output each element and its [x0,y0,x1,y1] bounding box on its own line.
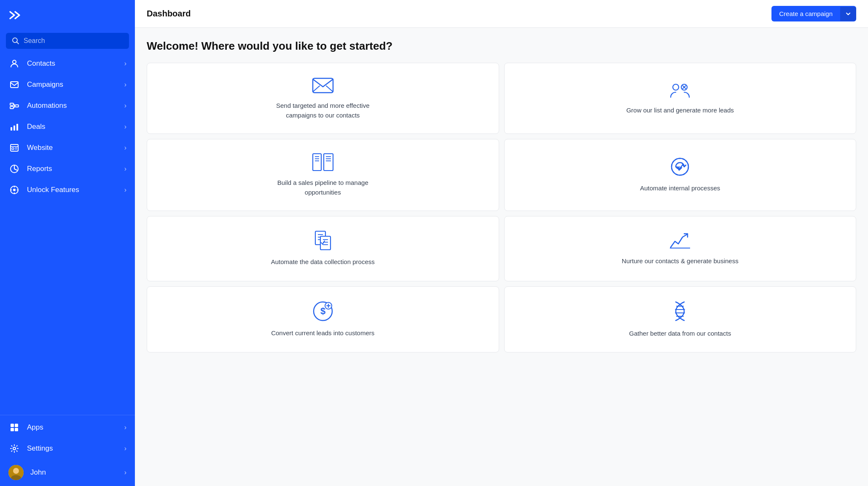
envelope-icon [312,77,334,94]
svg-rect-30 [15,428,18,431]
campaigns-icon [8,80,20,89]
svg-point-22 [13,189,16,191]
chart-up-icon [669,231,691,250]
main-content: Dashboard Create a campaign Welcome! Whe… [135,0,868,486]
dna-icon [670,300,690,322]
contacts-chevron: › [124,60,126,67]
reports-icon [8,164,20,174]
svg-text:$: $ [320,306,325,316]
campaigns-label: Campaigns [27,80,124,89]
card-pipeline-text: Build a sales pipeline to manage opportu… [264,178,382,197]
sidebar: Contacts › Campaigns › Automatio [0,0,135,486]
svg-rect-27 [11,424,14,427]
nav-item-contacts[interactable]: Contacts › [0,53,135,74]
logo-icon [8,8,24,23]
website-label: Website [27,144,124,152]
search-bar[interactable] [6,33,129,49]
apps-label: Apps [27,423,124,432]
nav-item-reports[interactable]: Reports › [0,158,135,179]
avatar-image [8,465,24,480]
apps-icon [8,423,20,432]
avatar [8,465,24,480]
svg-point-33 [13,468,19,474]
svg-rect-17 [12,148,14,150]
deals-chevron: › [124,123,126,131]
card-automate-internal[interactable]: Automate internal processes [504,139,857,211]
nav-item-deals[interactable]: Deals › [0,116,135,137]
apps-chevron: › [124,424,126,431]
card-leads-text: Grow our list and generate more leads [626,106,734,115]
deals-icon [8,122,20,131]
nav-item-apps[interactable]: Apps › [0,417,135,438]
nav-item-settings[interactable]: Settings › [0,438,135,459]
automations-icon [8,101,20,110]
nav-item-unlock-features[interactable]: Unlock Features › [0,179,135,200]
svg-rect-5 [10,107,13,109]
dashboard-body: Welcome! Where would you like to get sta… [135,28,868,486]
user-profile[interactable]: John › [0,459,135,486]
svg-rect-13 [13,126,15,131]
website-icon [8,143,20,152]
card-campaigns[interactable]: Send targeted and more effective campaig… [147,63,499,134]
reports-label: Reports [27,165,124,173]
svg-rect-29 [11,428,14,431]
automations-chevron: › [124,102,126,109]
campaigns-chevron: › [124,81,126,88]
svg-line-37 [326,86,333,92]
people-icon [669,81,691,99]
svg-rect-12 [11,127,12,131]
card-nurture[interactable]: Nurture our contacts & generate business [504,216,857,281]
dollar-circle-icon: $ [312,301,333,322]
card-data-collection-text: Automate the data collection process [271,257,375,267]
svg-point-31 [13,447,16,450]
card-gather-data-text: Gather better data from our contacts [629,329,731,339]
card-pipeline[interactable]: Build a sales pipeline to manage opportu… [147,139,499,211]
settings-label: Settings [27,444,124,453]
svg-rect-46 [324,154,333,171]
welcome-title: Welcome! Where would you like to get sta… [147,40,856,53]
svg-rect-14 [16,124,18,131]
svg-rect-4 [10,103,13,105]
svg-point-2 [13,60,16,64]
card-campaigns-text: Send targeted and more effective campaig… [264,101,382,120]
unlock-features-icon [8,185,20,195]
user-chevron: › [124,469,126,476]
svg-point-38 [673,84,679,90]
card-leads[interactable]: Grow our list and generate more leads [504,63,857,134]
svg-rect-35 [313,78,333,93]
card-convert-leads-text: Convert current leads into customers [271,328,374,338]
automate-circle-icon [670,157,690,177]
card-gather-data[interactable]: Gather better data from our contacts [504,286,857,352]
user-name: John [30,468,46,477]
svg-rect-42 [313,154,321,171]
svg-rect-28 [15,424,18,427]
nav-item-campaigns[interactable]: Campaigns › [0,74,135,95]
nav-item-automations[interactable]: Automations › [0,95,135,116]
unlock-features-label: Unlock Features [27,186,124,194]
svg-line-1 [17,42,19,44]
card-data-collection[interactable]: Automate the data collection process [147,216,499,281]
card-convert-leads[interactable]: $ Convert current leads into customers [147,286,499,352]
svg-line-36 [313,86,320,92]
create-campaign-label: Create a campaign [771,6,840,21]
contacts-label: Contacts [27,59,124,68]
deals-label: Deals [27,123,124,131]
header: Dashboard Create a campaign [135,0,868,28]
cards-grid: Send targeted and more effective campaig… [147,63,856,352]
search-input[interactable] [24,37,123,45]
pipeline-icon [312,153,334,171]
nav-item-website[interactable]: Website › [0,137,135,158]
create-campaign-chevron-icon [840,7,856,21]
card-automate-internal-text: Automate internal processes [640,184,720,193]
sidebar-bottom: Apps › Settings › [0,415,135,486]
create-campaign-button[interactable]: Create a campaign [771,6,856,21]
logo-area[interactable] [0,0,135,30]
automations-label: Automations [27,101,124,110]
card-nurture-text: Nurture our contacts & generate business [622,256,739,266]
checklist-icon [313,230,333,251]
settings-icon [8,444,20,453]
svg-rect-3 [11,82,18,88]
svg-rect-6 [15,105,19,107]
search-icon [12,37,19,45]
settings-chevron: › [124,445,126,452]
